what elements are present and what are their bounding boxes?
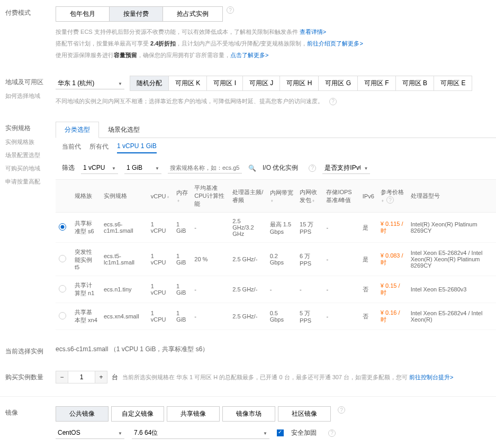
region-select[interactable]: 华东 1 (杭州)	[56, 77, 124, 89]
filter-label: 筛选	[62, 163, 75, 172]
instance-sub-2[interactable]: 可购买的地域	[5, 164, 56, 172]
cell-vcpu: 1 vCPU	[148, 213, 173, 243]
zone-4[interactable]: 可用区 H	[279, 76, 319, 91]
col-0[interactable]: 规格族	[71, 180, 101, 213]
zone-5[interactable]: 可用区 G	[318, 76, 358, 91]
cell-spec: ecs.t5-lc1m1.small	[101, 243, 148, 276]
cell-bw: 0.5 Gbps	[267, 303, 296, 330]
col-11[interactable]: 处理器型号	[408, 180, 496, 213]
table-row[interactable]: 共享计算型 n1 ecs.n1.tiny 1 vCPU 1 GiB - 2.5 …	[56, 276, 496, 303]
instance-label: 实例规格	[5, 124, 31, 132]
tab-category[interactable]: 分类选型	[56, 122, 99, 138]
secure-label: 安全加固	[291, 428, 317, 437]
row-radio[interactable]	[59, 255, 66, 262]
image-community[interactable]: 社区镜像	[278, 406, 331, 422]
region-sublabel[interactable]: 如何选择地域	[5, 92, 56, 100]
col-3[interactable]: 内存♦	[173, 180, 191, 213]
instance-sub-3[interactable]: 申请按量高配	[5, 178, 56, 186]
billing-label: 付费模式	[5, 6, 56, 61]
cell-price: ¥ 0.16 /时	[377, 303, 408, 330]
cell-family: 共享计算型 n1	[71, 276, 101, 303]
image-market[interactable]: 镜像市场	[222, 406, 275, 422]
help-icon[interactable]: ?	[329, 98, 337, 105]
col-1[interactable]: 实例规格	[101, 180, 148, 213]
col-10[interactable]: 参考价格♦ ?	[377, 180, 408, 213]
table-row[interactable]: 突发性能实例 t5 ecs.t5-lc1m1.small 1 vCPU 1 Gi…	[56, 243, 496, 276]
vcpu-filter[interactable]: 1 vCPU	[81, 162, 118, 174]
version-select[interactable]: 7.6 64位	[132, 427, 269, 439]
billing-link-1[interactable]: 查看详情>	[300, 29, 326, 35]
billing-spot[interactable]: 抢占式实例	[163, 6, 223, 22]
billing-payg[interactable]: 按量付费	[109, 6, 163, 22]
qty-minus[interactable]: −	[56, 371, 68, 383]
row-radio[interactable]	[59, 312, 66, 319]
zone-8[interactable]: 可用区 E	[434, 76, 472, 91]
cell-iops: -	[323, 303, 359, 330]
row-radio[interactable]	[59, 223, 66, 231]
image-shared[interactable]: 共享镜像	[167, 406, 220, 422]
os-select[interactable]: CentOS	[56, 427, 124, 439]
zone-2[interactable]: 可用区 I	[206, 76, 243, 91]
cell-ipv6: 是	[359, 213, 377, 243]
subtab-1v1g[interactable]: 1 vCPU 1 GiB	[117, 142, 157, 153]
col-8[interactable]: 存储IOPS 基准/峰值	[323, 180, 359, 213]
col-5[interactable]: 处理器主频/睿频	[229, 180, 266, 213]
instance-sub-0[interactable]: 实例规格族	[5, 138, 56, 146]
cell-iops: -	[323, 276, 359, 303]
ipv6-filter[interactable]: 是否支持IPv6	[322, 162, 370, 174]
cell-spec: ecs.n1.tiny	[101, 276, 148, 303]
quantity-section: 购买实例数量 − + 台 当前所选实例规格在 华东 1 可用区 H 的总配额最多…	[0, 364, 496, 392]
qty-plus[interactable]: +	[95, 371, 107, 383]
cell-iops: -	[323, 213, 359, 243]
instance-sub-1[interactable]: 场景配置选型	[5, 151, 56, 159]
zone-7[interactable]: 可用区 B	[395, 76, 434, 91]
cell-pps: 5 万 PPS	[296, 303, 323, 330]
search-input[interactable]	[168, 162, 242, 173]
secure-checkbox[interactable]	[277, 429, 284, 436]
help-icon[interactable]: ?	[309, 164, 316, 172]
image-public[interactable]: 公共镜像	[56, 406, 109, 422]
row-radio[interactable]	[59, 285, 66, 292]
cell-spec: ecs.s6-c1m1.small	[101, 213, 148, 243]
col-2[interactable]: vCPU♦	[148, 180, 173, 213]
qty-input[interactable]	[68, 371, 95, 383]
zone-3[interactable]: 可用区 J	[242, 76, 280, 91]
cell-family: 突发性能实例 t5	[71, 243, 101, 276]
cell-pps: -	[296, 276, 323, 303]
cell-freq: 2.5 GHz/-	[229, 243, 266, 276]
help-icon[interactable]: ?	[338, 406, 345, 414]
cell-mem: 1 GiB	[173, 276, 191, 303]
cell-pps: 6 万 PPS	[296, 243, 323, 276]
help-icon[interactable]: ?	[227, 6, 234, 14]
cell-vcpu: 1 vCPU	[148, 303, 173, 330]
table-row[interactable]: 共享基本型 xn4 ecs.xn4.small 1 vCPU 1 GiB - 2…	[56, 303, 496, 330]
search-icon[interactable]: 🔍	[248, 164, 256, 172]
billing-link-3[interactable]: 点击了解更多>	[230, 52, 268, 58]
zone-6[interactable]: 可用区 F	[357, 76, 396, 91]
cell-ipv6: 是	[359, 243, 377, 276]
region-section: 地域及可用区 如何选择地域 华东 1 (杭州) 随机分配可用区 K可用区 I可用…	[0, 69, 496, 115]
cell-perf: 20 %	[191, 243, 229, 276]
selected-text: ecs.s6-c1m1.small （1 vCPU 1 GiB，共享标准型 s6…	[56, 345, 496, 356]
zone-1[interactable]: 可用区 K	[168, 76, 207, 91]
cell-perf: -	[191, 276, 229, 303]
billing-link-2[interactable]: 前往介绍页了解更多>	[307, 40, 363, 47]
cell-pps: 15 万 PPS	[296, 213, 323, 243]
col-4[interactable]: 平均基准CPU计算性能	[191, 180, 229, 213]
col-9[interactable]: IPv6	[359, 180, 377, 213]
col-7[interactable]: 内网收发包♦	[296, 180, 323, 213]
cell-freq: 2.5 GHz/-	[229, 276, 266, 303]
help-icon[interactable]: ?	[328, 429, 336, 437]
tab-scenario[interactable]: 场景化选型	[99, 122, 149, 138]
subtab-all[interactable]: 所有代	[89, 142, 109, 153]
qty-link[interactable]: 前往控制台提升>	[409, 374, 453, 380]
zone-0[interactable]: 随机分配	[130, 76, 169, 91]
mem-filter[interactable]: 1 GiB	[124, 162, 161, 174]
col-6[interactable]: 内网带宽♦	[267, 180, 296, 213]
instance-section: 实例规格 实例规格族 场景配置选型 可购买的地域 申请按量高配 分类选型 场景化…	[0, 115, 496, 339]
billing-yearly[interactable]: 包年包月	[56, 6, 110, 22]
image-custom[interactable]: 自定义镜像	[111, 406, 164, 422]
subtab-current[interactable]: 当前代	[62, 142, 81, 153]
table-row[interactable]: 共享标准型 s6 ecs.s6-c1m1.small 1 vCPU 1 GiB …	[56, 213, 496, 243]
cell-spec: ecs.xn4.small	[101, 303, 148, 330]
